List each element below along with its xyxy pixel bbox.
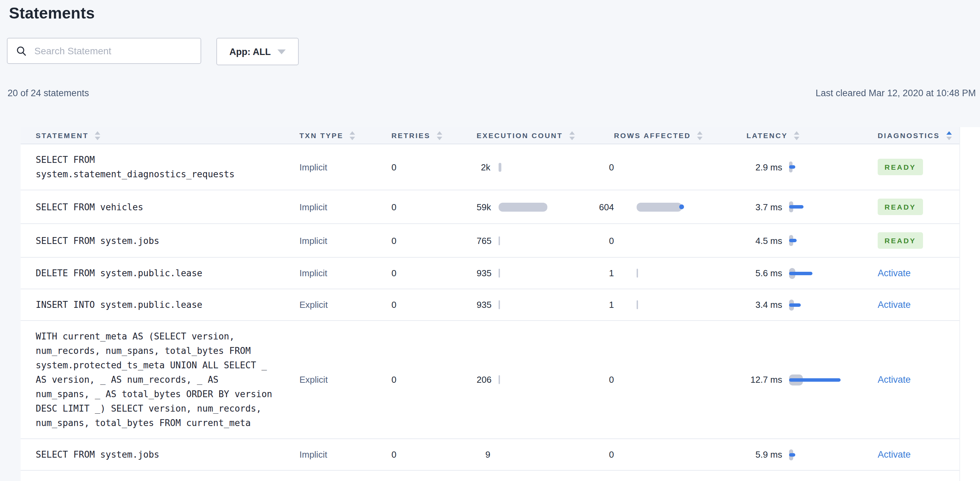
table-row: DELETE FROM system.public.lease Implicit… [21, 258, 959, 289]
diagnostics-ready-badge: READY [878, 232, 923, 249]
diagnostics-activate-link[interactable]: Activate [878, 449, 911, 460]
txn-type-value: Implicit [299, 449, 327, 460]
latency-mean-bar [789, 165, 795, 169]
table-body: SELECT FROM system.statement_diagnostics… [21, 144, 959, 481]
statements-table: Statement Txn Type Retries Execution Cou… [21, 127, 980, 481]
latency-mean-bar [789, 239, 797, 242]
diagnostics-ready-badge: READY [878, 159, 923, 175]
sort-arrows-icon[interactable] [697, 131, 703, 140]
sort-arrows-icon[interactable] [95, 131, 100, 140]
retries-value: 0 [391, 449, 396, 460]
txn-type-value: Implicit [299, 268, 327, 278]
execution-count-value: 935 [477, 268, 490, 278]
page-title: Statements [9, 4, 95, 23]
txn-type-value: Explicit [299, 374, 328, 385]
last-cleared-text: Last cleared Mar 12, 2020 at 10:48 PM [816, 88, 976, 98]
statement-link[interactable]: SELECT FROM system.jobs [36, 448, 276, 462]
latency-mean-bar [789, 453, 795, 456]
execution-count-bar [499, 201, 547, 212]
search-icon [16, 45, 27, 56]
sort-arrows-icon[interactable] [946, 131, 951, 140]
column-header-diagnostics[interactable]: Diagnostics [878, 131, 959, 140]
summary-row: 20 of 24 statements Last cleared Mar 12,… [8, 88, 976, 98]
statement-link[interactable]: SELECT FROM vehicles [36, 200, 276, 214]
statement-link[interactable]: DELETE FROM system.public.lease [36, 266, 276, 280]
rows-affected-bar [636, 268, 638, 279]
latency-bar [789, 161, 851, 172]
retries-value: 0 [391, 162, 396, 172]
column-header-txn-type[interactable]: Txn Type [299, 131, 391, 140]
table-row: INSERT INTO user_promo_codes Implicit 0 … [21, 471, 959, 481]
statement-link[interactable]: SELECT FROM system.statement_diagnostics… [36, 153, 276, 182]
latency-value: 5.9 ms [746, 449, 782, 460]
statement-link[interactable]: INSERT INTO user_promo_codes [36, 479, 276, 481]
rows-affected-bar [636, 201, 682, 212]
retries-value: 0 [391, 299, 396, 310]
diagnostics-activate-link[interactable]: Activate [878, 268, 911, 278]
latency-value: 4.5 ms [746, 235, 782, 246]
retries-value: 0 [391, 202, 396, 212]
table-row: SELECT FROM system.jobs Implicit 0 765 0… [21, 224, 959, 258]
sort-arrows-icon[interactable] [794, 131, 799, 140]
retries-value: 0 [391, 235, 396, 246]
execution-count-bar [499, 235, 500, 246]
txn-type-value: Explicit [299, 299, 328, 310]
txn-type-value: Implicit [299, 162, 327, 172]
column-header-statement[interactable]: Statement [36, 131, 299, 140]
sort-arrows-icon[interactable] [350, 131, 355, 140]
statement-count: 20 of 24 statements [8, 88, 89, 98]
toolbar: App: ALL [7, 38, 299, 65]
latency-bar [789, 268, 851, 279]
latency-value: 12.7 ms [746, 374, 782, 385]
table-row: SELECT FROM vehicles Implicit 0 59k 604 … [21, 190, 959, 224]
txn-type-value: Implicit [299, 235, 327, 246]
execution-count-bar [499, 374, 500, 385]
column-header-latency[interactable]: Latency [746, 131, 878, 140]
column-header-rows-affected[interactable]: Rows Affected [614, 131, 746, 140]
latency-mean-bar [789, 271, 813, 275]
search-box[interactable] [7, 38, 201, 64]
statements-page: Statements App: ALL 20 of 24 statements … [0, 0, 980, 481]
statement-link[interactable]: SELECT FROM system.jobs [36, 233, 276, 248]
column-header-execution-count[interactable]: Execution Count [477, 131, 614, 140]
table-row: SELECT FROM system.statement_diagnostics… [21, 144, 959, 190]
latency-value: 5.6 ms [746, 268, 782, 278]
table-row: INSERT INTO system.public.lease Explicit… [21, 289, 959, 321]
app-filter-label: App: ALL [229, 46, 270, 57]
diagnostics-activate-link[interactable]: Activate [878, 374, 911, 385]
execution-count-value: 2k [477, 162, 490, 172]
latency-mean-bar [789, 205, 803, 209]
execution-count-value: 9 [477, 449, 490, 460]
execution-count-bar [499, 299, 500, 310]
rows-affected-bar [636, 299, 638, 310]
table-row: WITH current_meta AS (SELECT version, nu… [21, 321, 959, 439]
latency-bar [789, 235, 851, 246]
sort-arrows-icon[interactable] [436, 131, 442, 140]
execution-count-bar [499, 161, 501, 172]
latency-mean-bar [789, 303, 801, 306]
table-row: SELECT FROM system.jobs Implicit 0 9 0 5… [21, 439, 959, 471]
statement-link[interactable]: INSERT INTO system.public.lease [36, 298, 276, 312]
latency-value: 2.9 ms [746, 162, 782, 172]
execution-count-value: 765 [477, 235, 490, 246]
latency-value: 3.7 ms [746, 202, 782, 212]
caret-down-icon [277, 49, 286, 54]
execution-count-bar [499, 268, 500, 279]
table-header-row: Statement Txn Type Retries Execution Cou… [21, 127, 959, 144]
search-input[interactable] [33, 45, 192, 57]
diagnostics-activate-link[interactable]: Activate [878, 299, 911, 310]
statement-link[interactable]: WITH current_meta AS (SELECT version, nu… [36, 329, 276, 430]
latency-bar [789, 374, 851, 385]
sort-arrows-icon[interactable] [569, 131, 574, 140]
execution-count-value: 206 [477, 374, 490, 385]
execution-count-value: 935 [477, 299, 490, 310]
latency-bar [789, 449, 851, 460]
diagnostics-ready-badge: READY [878, 199, 923, 215]
latency-bar [789, 201, 851, 212]
execution-count-value: 59k [477, 202, 490, 212]
column-header-retries[interactable]: Retries [391, 131, 477, 140]
retries-value: 0 [391, 374, 396, 385]
app-filter-dropdown[interactable]: App: ALL [216, 38, 299, 65]
retries-value: 0 [391, 268, 396, 278]
txn-type-value: Implicit [299, 202, 327, 212]
